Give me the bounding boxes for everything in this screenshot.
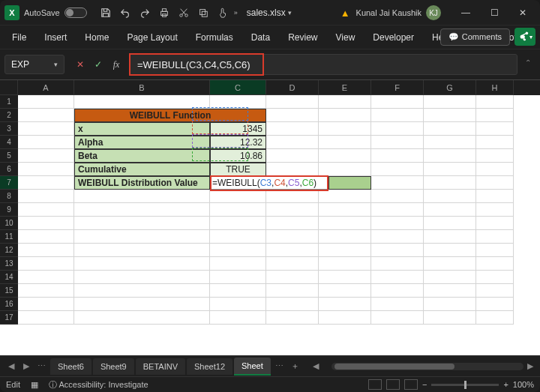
col-header-C[interactable]: C — [210, 80, 266, 95]
autosave-toggle[interactable] — [64, 7, 87, 18]
zoom-out-button[interactable]: − — [422, 380, 427, 389]
row-header[interactable]: 8 — [0, 190, 18, 203]
tab-home[interactable]: Home — [77, 28, 116, 47]
filename-display[interactable]: sales.xlsx ▾ — [247, 7, 292, 18]
maximize-button[interactable]: ☐ — [482, 3, 507, 22]
page-break-view-button[interactable] — [404, 379, 418, 390]
qat-overflow-icon[interactable]: » — [234, 9, 238, 16]
sheet-tab[interactable]: Sheet6 — [50, 358, 92, 375]
row-header[interactable]: 2 — [0, 109, 18, 122]
copy-icon[interactable] — [195, 4, 212, 22]
col-header-G[interactable]: G — [424, 80, 476, 95]
cell-label-x[interactable]: x — [74, 122, 210, 136]
cell-value-alpha[interactable]: 12.32 — [210, 136, 266, 149]
horizontal-scrollbar[interactable] — [332, 363, 524, 370]
sheet-nav-next[interactable]: ▶ — [20, 360, 33, 373]
user-name: Kunal Jai Kaushik — [356, 8, 422, 17]
row-header[interactable]: 14 — [0, 271, 18, 284]
row-header[interactable]: 5 — [0, 149, 18, 163]
row-header[interactable]: 15 — [0, 284, 18, 298]
warning-icon[interactable]: ▲ — [340, 7, 350, 19]
col-header-A[interactable]: A — [18, 80, 74, 95]
cell-label-alpha[interactable]: Alpha — [74, 136, 210, 149]
cell-value-cumulative[interactable]: TRUE — [210, 163, 266, 176]
cell-area[interactable]: WEIBULL Function x 1345 Alpha 12.32 Beta… — [18, 95, 540, 355]
cell-editing-formula[interactable]: =WEIBULL(C3,C4,C5,C6) — [210, 176, 328, 190]
cell-label-cumulative[interactable]: Cumulative — [74, 163, 210, 176]
chevron-down-icon[interactable]: ▾ — [54, 61, 58, 68]
tab-review[interactable]: Review — [280, 28, 325, 47]
row-header[interactable]: 6 — [0, 163, 18, 176]
cell-value-beta[interactable]: 10.86 — [210, 149, 266, 163]
tab-developer[interactable]: Developer — [365, 28, 422, 47]
tab-page-layout[interactable]: Page Layout — [119, 28, 184, 47]
col-header-B[interactable]: B — [74, 80, 210, 95]
formula-expand-icon[interactable]: ⌃ — [525, 58, 531, 67]
page-layout-view-button[interactable] — [386, 379, 400, 390]
zoom-level[interactable]: 100% — [513, 380, 534, 389]
tab-view[interactable]: View — [328, 28, 363, 47]
sheet-scroll-left[interactable]: ◀ — [309, 360, 322, 373]
col-header-F[interactable]: F — [371, 80, 424, 95]
redo-icon[interactable] — [136, 4, 153, 22]
sheet-scroll-right[interactable]: ▶ — [525, 361, 536, 371]
sheet-tab-active[interactable]: Sheet — [234, 358, 271, 376]
col-header-D[interactable]: D — [266, 80, 319, 95]
close-button[interactable]: ✕ — [510, 3, 536, 22]
minimize-button[interactable]: — — [453, 3, 478, 22]
sheet-tab[interactable]: Sheet12 — [187, 358, 232, 375]
sheet-tab-bar: ◀ ▶ ⋯ Sheet6 Sheet9 BETAINV Sheet12 Shee… — [0, 355, 540, 376]
name-box[interactable]: EXP ▾ — [4, 55, 64, 74]
table-header[interactable]: WEIBULL Function — [74, 109, 266, 122]
print-icon[interactable] — [156, 4, 172, 22]
row-header[interactable]: 11 — [0, 230, 18, 244]
cell-label-beta[interactable]: Beta — [74, 149, 210, 163]
autosave-control[interactable]: AutoSave — [24, 7, 87, 18]
row-header[interactable]: 7 — [0, 176, 18, 190]
normal-view-button[interactable] — [368, 379, 382, 390]
save-icon[interactable] — [98, 4, 114, 22]
tab-insert[interactable]: Insert — [37, 28, 74, 47]
undo-icon[interactable] — [117, 4, 134, 22]
row-header[interactable]: 13 — [0, 257, 18, 271]
comment-icon: 💬 — [448, 32, 459, 42]
row-header[interactable]: 9 — [0, 203, 18, 217]
row-header[interactable]: 10 — [0, 217, 18, 230]
row-header[interactable]: 4 — [0, 136, 18, 149]
user-account[interactable]: Kunal Jai Kaushik KJ — [356, 5, 441, 20]
row-header[interactable]: 1 — [0, 95, 18, 109]
worksheet-grid[interactable]: A B C D E F G H 1 2 3 4 5 6 7 8 9 10 11 … — [0, 79, 540, 355]
zoom-in-button[interactable]: + — [503, 380, 508, 389]
sheet-overflow-right[interactable]: ⋯ — [272, 361, 286, 371]
col-header-H[interactable]: H — [476, 80, 514, 95]
row-header[interactable]: 17 — [0, 311, 18, 325]
touch-mode-icon[interactable] — [214, 4, 231, 22]
share-button[interactable]: ▾ — [514, 28, 536, 46]
formula-input[interactable]: =WEIBULL(C3,C4,C5,C6) — [129, 54, 518, 75]
cell-value-x[interactable]: 1345 — [210, 122, 266, 136]
cut-icon[interactable] — [176, 4, 192, 22]
sheet-tab[interactable]: BETAINV — [136, 358, 185, 375]
sheet-tab[interactable]: Sheet9 — [93, 358, 134, 375]
macro-icon[interactable]: ▦ — [31, 380, 38, 390]
row-header[interactable]: 12 — [0, 244, 18, 257]
comments-button[interactable]: 💬 Comments — [440, 28, 510, 46]
row-header[interactable]: 16 — [0, 298, 18, 311]
tab-formulas[interactable]: Formulas — [188, 28, 241, 47]
zoom-slider-thumb[interactable] — [464, 381, 466, 389]
fx-icon[interactable]: fx — [108, 56, 124, 73]
zoom-slider[interactable] — [431, 384, 499, 386]
select-all-corner[interactable] — [0, 80, 18, 95]
accept-formula-button[interactable]: ✓ — [90, 56, 106, 73]
cancel-formula-button[interactable]: ✕ — [72, 56, 88, 73]
cell-label-distribution[interactable]: WEIBULL Distribution Value — [74, 176, 210, 190]
tab-file[interactable]: File — [4, 28, 34, 47]
tab-data[interactable]: Data — [244, 28, 278, 47]
scrollbar-thumb[interactable] — [334, 364, 454, 370]
row-header[interactable]: 3 — [0, 122, 18, 136]
accessibility-status[interactable]: ⓘ Accessibility: Investigate — [49, 379, 148, 391]
add-sheet-button[interactable]: ＋ — [288, 359, 303, 374]
col-header-E[interactable]: E — [319, 80, 371, 95]
sheet-nav-prev[interactable]: ◀ — [4, 360, 18, 373]
sheet-overflow-left[interactable]: ⋯ — [34, 361, 49, 371]
